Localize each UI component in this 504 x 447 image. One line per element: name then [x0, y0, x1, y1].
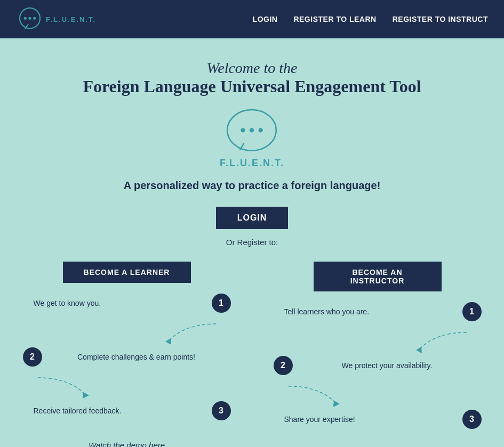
- instructor-step-1-num: 1: [462, 302, 482, 321]
- svg-marker-9: [83, 392, 89, 399]
- nav-login[interactable]: LOGIN: [253, 15, 278, 23]
- main-nav: LOGIN REGISTER TO LEARN REGISTER TO INST…: [253, 15, 488, 23]
- svg-marker-8: [165, 338, 171, 345]
- svg-point-2: [28, 17, 31, 20]
- learner-step-2-num: 2: [23, 347, 42, 367]
- learner-step-1-num: 1: [212, 294, 231, 313]
- instructor-step-3-text: Share your expertise!: [274, 415, 462, 424]
- logo-icon: [16, 5, 44, 33]
- instructor-step-1: Tell learners who you are. 1: [274, 302, 482, 321]
- instructor-column: BECOME AN INSTRUCTOR Tell learners who y…: [274, 262, 482, 447]
- become-instructor-button[interactable]: BECOME AN INSTRUCTOR: [314, 262, 442, 291]
- learner-step-3: Receive tailored feedback. 3: [23, 401, 231, 420]
- instructor-arrow-1: [403, 330, 472, 354]
- tagline: A personalized way to practice a foreign…: [124, 180, 381, 192]
- learner-step-3-text: Receive tailored feedback.: [23, 407, 212, 415]
- register-columns: BECOME A LEARNER We get to know you. 1 2: [23, 262, 482, 447]
- main-content: Welcome to the Foreign Language Universa…: [0, 38, 504, 447]
- learner-step-2-text: Complete challenges & earn points!: [42, 353, 231, 361]
- svg-point-5: [241, 128, 245, 132]
- learner-step-1: We get to know you. 1: [23, 294, 231, 313]
- svg-point-7: [259, 128, 263, 132]
- center-logo: F.L.U.E.N.T.: [220, 107, 284, 169]
- login-button[interactable]: LOGIN: [216, 207, 289, 229]
- svg-point-3: [33, 17, 36, 20]
- nav-register-instruct[interactable]: REGISTER TO INSTRUCT: [393, 15, 488, 23]
- learner-arrow-1: [152, 321, 221, 345]
- logo[interactable]: F.L.U.E.N.T.: [16, 5, 96, 33]
- instructor-step-2: 2 We protect your availability.: [274, 356, 482, 375]
- center-logo-text: F.L.U.E.N.T.: [220, 158, 284, 169]
- logo-text: F.L.U.E.N.T.: [46, 15, 96, 23]
- svg-marker-11: [333, 401, 340, 407]
- learner-column: BECOME A LEARNER We get to know you. 1 2: [23, 262, 231, 447]
- learner-demo-link[interactable]: Watch the demo here: [89, 441, 165, 447]
- learner-step-3-num: 3: [212, 401, 231, 420]
- instructor-steps: Tell learners who you are. 1 2 We protec…: [274, 302, 482, 438]
- instructor-arrow-2: [283, 384, 353, 408]
- instructor-step-2-num: 2: [274, 356, 293, 375]
- welcome-italic: Welcome to the: [206, 60, 297, 77]
- svg-marker-10: [416, 347, 422, 353]
- learner-steps: We get to know you. 1 2 Complete challen…: [23, 294, 231, 430]
- learner-arrow-2: [33, 375, 102, 399]
- learner-step-2: 2 Complete challenges & earn points!: [23, 347, 231, 367]
- instructor-step-3: Share your expertise! 3: [274, 410, 482, 429]
- center-logo-icon: [220, 107, 284, 160]
- welcome-bold: Foreign Language Universal Engagement To…: [83, 77, 421, 96]
- svg-point-1: [24, 17, 27, 20]
- instructor-step-1-text: Tell learners who you are.: [274, 307, 462, 316]
- or-register-text: Or Register to:: [226, 238, 278, 247]
- become-learner-button[interactable]: BECOME A LEARNER: [63, 262, 191, 283]
- header: F.L.U.E.N.T. LOGIN REGISTER TO LEARN REG…: [0, 0, 504, 38]
- learner-step-1-text: We get to know you.: [23, 299, 212, 307]
- instructor-step-3-num: 3: [462, 410, 482, 429]
- instructor-step-2-text: We protect your availability.: [293, 361, 482, 370]
- svg-point-6: [250, 128, 254, 132]
- nav-register-learn[interactable]: REGISTER TO LEARN: [293, 15, 376, 23]
